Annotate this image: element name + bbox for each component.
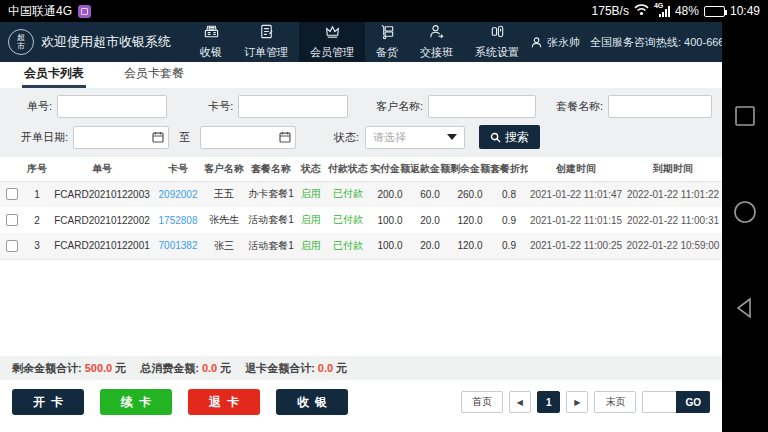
header-checkbox-col [0,157,24,181]
refund-card-button[interactable]: 退卡 [188,389,260,415]
order-no-label: 单号: [10,99,52,114]
chevron-down-icon [447,134,457,140]
pay-status-badge: 已付款 [326,181,370,207]
go-button[interactable]: GO [676,391,710,413]
card-no-link[interactable]: 2092002 [154,181,202,207]
balance-total: 剩余金额合计: 500.0 元 [12,361,126,376]
status-badge: 启用 [296,207,326,233]
menu-item-cashier[interactable]: 收银 [189,22,233,62]
customer-name-label: 客户名称: [372,99,423,114]
row-checkbox[interactable] [6,240,18,252]
table-row[interactable]: 3 FCARD20210122001 7001382 张三 活动套餐1 启用 已… [0,233,722,259]
search-icon [490,132,501,143]
pagination: 首页 ◀ 1 ▶ 末页 GO [461,391,710,413]
menu-item-stock[interactable]: 备货 [365,22,409,62]
page-jump-input[interactable] [642,391,676,413]
customer-name-input[interactable] [428,95,536,118]
menu-item-orders[interactable]: 订单管理 [233,22,299,62]
home-button-icon[interactable] [733,200,757,224]
menu-item-members[interactable]: 会员管理 [299,22,365,62]
menu-item-settings[interactable]: 系统设置 [464,22,530,62]
pay-status-badge: 已付款 [326,233,370,259]
renew-card-button[interactable]: 续卡 [100,389,172,415]
bottom-action-bar: 开卡 续卡 退卡 收银 首页 ◀ 1 ▶ 末页 GO [0,380,722,432]
shift-person-icon [428,23,445,44]
first-page-button[interactable]: 首页 [461,391,503,413]
cash-register-icon [203,23,220,44]
package-name-label: 套餐名称: [552,99,603,114]
date-to-label: 至 [179,130,190,145]
status-time: 10:49 [730,4,760,18]
order-document-icon [258,23,275,44]
last-page-button[interactable]: 末页 [594,391,636,413]
notification-app-icon [78,5,91,18]
current-user[interactable]: 张永帅 [530,35,580,50]
network-speed: 175B/s [592,4,629,18]
content-tabs: 会员卡列表 会员卡套餐 [0,62,722,88]
search-panel: 单号: 卡号: 客户名称: 套餐名称: 开单日期: 至 [0,88,722,157]
welcome-title: 欢迎使用超市收银系统 [41,33,171,51]
card-no-link[interactable]: 7001382 [154,233,202,259]
tab-member-card-list[interactable]: 会员卡列表 [22,61,86,88]
pay-status-badge: 已付款 [326,207,370,233]
back-button-icon[interactable] [733,296,757,320]
device-screen: 中国联通4G 175B/s 4G 48% 10:49 超 [0,0,768,432]
card-no-input[interactable] [238,95,348,118]
search-button[interactable]: 搜索 [479,125,540,149]
table-header-row: 序号 单号 卡号 客户名称 套餐名称 状态 付款状态 实付金额 返款金额 剩余金… [0,157,722,181]
cellular-signal-icon: 4G [654,4,670,18]
calendar-icon[interactable] [279,131,291,143]
package-name-input[interactable] [608,95,712,118]
user-icon [530,36,543,49]
app-navbar: 超 市 欢迎使用超市收银系统 收银 订单管理 [0,22,722,62]
status-badge: 启用 [296,233,326,259]
table-row[interactable]: 2 FCARD20210122002 1752808 张先生 活动套餐1 启用 … [0,207,722,233]
wifi-icon [634,4,649,19]
prev-page-button[interactable]: ◀ [509,391,531,413]
open-card-button[interactable]: 开卡 [12,389,84,415]
member-card-table: 序号 单号 卡号 客户名称 套餐名称 状态 付款状态 实付金额 返款金额 剩余金… [0,157,722,260]
current-page-button[interactable]: 1 [537,391,561,413]
date-to-input[interactable] [200,126,296,149]
totals-summary-bar: 剩余金额合计: 500.0 元 总消费金额: 0.0 元 退卡金额合计: 0.0… [0,356,722,380]
battery-percent: 48% [675,4,699,18]
recents-button-icon[interactable] [733,104,757,128]
cashier-button[interactable]: 收银 [276,389,348,415]
open-date-label: 开单日期: [10,130,68,145]
row-checkbox[interactable] [6,188,18,200]
card-no-label: 卡号: [191,99,233,114]
card-no-link[interactable]: 1752808 [154,207,202,233]
settings-panels-icon [489,23,506,44]
stock-trolley-icon [379,23,396,44]
calendar-icon[interactable] [152,131,164,143]
next-page-button[interactable]: ▶ [566,391,588,413]
app-brand: 超 市 欢迎使用超市收银系统 [0,22,181,62]
status-badge: 启用 [296,181,326,207]
consume-total: 总消费金额: 0.0 元 [140,361,231,376]
android-status-bar: 中国联通4G 175B/s 4G 48% 10:49 [0,0,768,22]
crown-icon [324,23,341,44]
pos-app-window: 超 市 欢迎使用超市收银系统 收银 订单管理 [0,22,722,432]
main-menu: 收银 订单管理 会员管理 备货 [189,22,530,62]
battery-icon [704,6,725,17]
store-logo: 超 市 [8,29,34,55]
row-checkbox[interactable] [6,214,18,226]
order-no-input[interactable] [57,95,167,118]
status-label: 状态: [334,130,359,145]
menu-item-shift[interactable]: 交接班 [409,22,464,62]
android-nav-bar [722,22,768,432]
date-from-input[interactable] [73,126,169,149]
carrier-label: 中国联通4G [8,3,72,20]
tab-member-card-packages[interactable]: 会员卡套餐 [122,61,186,88]
status-select[interactable]: 请选择 [365,126,465,149]
table-row[interactable]: 1 FCARD20210122003 2092002 王五 办卡套餐1 启用 已… [0,181,722,207]
refund-total: 退卡金额合计: 0.0 元 [245,361,347,376]
